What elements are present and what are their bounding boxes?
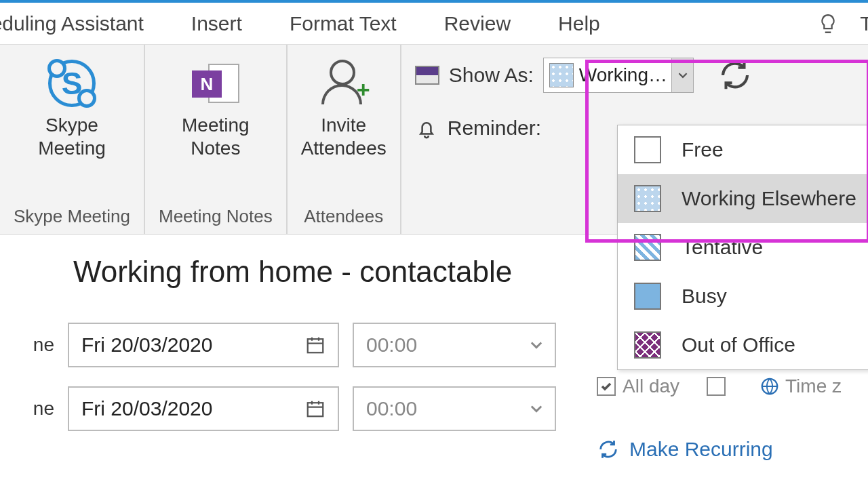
meeting-notes-button[interactable]: N Meeting Notes (182, 53, 250, 206)
calendar-icon[interactable] (305, 335, 326, 355)
svg-rect-0 (308, 339, 323, 352)
start-time-value: 00:00 (366, 333, 417, 357)
skype-icon: S (48, 60, 96, 107)
start-label: ne (20, 334, 54, 356)
lightbulb-icon[interactable] (816, 12, 840, 35)
end-time-input[interactable]: 00:00 (353, 386, 556, 431)
start-date-value: Fri 20/03/2020 (81, 333, 212, 357)
option-tentative-label: Tentative (682, 236, 763, 259)
end-date-value: Fri 20/03/2020 (81, 397, 212, 420)
recurring-icon (597, 438, 620, 461)
all-day-checkbox[interactable] (597, 377, 616, 396)
chevron-down-icon[interactable] (530, 403, 542, 415)
timezone-checkbox[interactable] (707, 377, 726, 396)
timezone-label: Time z (785, 375, 842, 397)
invite-attendees-label: Invite Attendees (301, 114, 387, 159)
calendar-icon[interactable] (305, 399, 326, 419)
end-time-value: 00:00 (366, 397, 417, 420)
invite-attendees-icon: + (320, 60, 368, 107)
tab-tell-me[interactable]: Te (860, 12, 868, 35)
show-as-value: Working… (579, 64, 671, 86)
reminder-label: Reminder: (448, 117, 541, 140)
ribbon-tabs: heduling Assistant Insert Format Text Re… (0, 3, 868, 45)
option-free[interactable]: Free (618, 125, 868, 174)
make-recurring-link[interactable]: Make Recurring (597, 438, 773, 461)
option-working-elsewhere[interactable]: Working Elsewhere (618, 174, 868, 223)
tab-insert[interactable]: Insert (191, 12, 242, 35)
onenote-icon: N (192, 60, 239, 107)
group-meeting-notes: N Meeting Notes Meeting Notes (145, 45, 288, 234)
show-as-icon (415, 66, 439, 85)
option-busy[interactable]: Busy (618, 272, 868, 321)
option-busy-label: Busy (682, 285, 727, 308)
show-as-dropdown[interactable]: Working… (543, 58, 694, 93)
chevron-down-icon[interactable] (671, 58, 693, 92)
option-tentative[interactable]: Tentative (618, 223, 868, 272)
group-label-skype: Skype Meeting (14, 206, 130, 230)
recurrence-icon[interactable] (717, 57, 753, 94)
tentative-swatch-icon (634, 234, 661, 261)
option-out-of-office-label: Out of Office (682, 333, 795, 357)
show-as-swatch-icon (549, 63, 574, 87)
start-time-input[interactable]: 00:00 (353, 323, 556, 367)
group-attendees: + Invite Attendees Attendees (288, 45, 401, 234)
out-of-office-swatch-icon (634, 331, 661, 359)
group-label-notes: Meeting Notes (159, 206, 273, 230)
all-day-label: All day (623, 375, 679, 397)
end-date-input[interactable]: Fri 20/03/2020 (68, 386, 339, 431)
tab-review[interactable]: Review (444, 12, 511, 35)
svg-rect-1 (308, 403, 323, 416)
option-out-of-office[interactable]: Out of Office (618, 321, 868, 369)
working-elsewhere-swatch-icon (634, 185, 661, 212)
skype-meeting-button[interactable]: S Skype Meeting (38, 53, 106, 206)
tab-scheduling-assistant[interactable]: heduling Assistant (0, 12, 144, 35)
invite-attendees-button[interactable]: + Invite Attendees (301, 53, 387, 206)
end-label: ne (20, 398, 54, 420)
show-as-dropdown-list: Free Working Elsewhere Tentative Busy Ou… (617, 125, 868, 370)
option-working-elsewhere-label: Working Elsewhere (682, 187, 856, 210)
date-options-row: All day Time z (597, 375, 842, 397)
busy-swatch-icon (634, 283, 661, 310)
free-swatch-icon (634, 136, 661, 163)
option-free-label: Free (682, 138, 724, 161)
check-icon (599, 380, 613, 393)
meeting-notes-label: Meeting Notes (182, 114, 250, 159)
show-as-label: Show As: (449, 64, 534, 87)
tab-format-text[interactable]: Format Text (290, 12, 397, 35)
start-date-input[interactable]: Fri 20/03/2020 (68, 323, 339, 367)
skype-meeting-label: Skype Meeting (38, 114, 106, 159)
group-label-attendees: Attendees (304, 206, 383, 230)
tab-help[interactable]: Help (558, 12, 600, 35)
bell-icon (415, 117, 438, 140)
show-as-row: Show As: Working… (415, 57, 854, 94)
make-recurring-label: Make Recurring (629, 438, 773, 461)
globe-icon (760, 376, 780, 396)
group-skype-meeting: S Skype Meeting Skype Meeting (0, 45, 145, 234)
chevron-down-icon[interactable] (530, 339, 542, 351)
